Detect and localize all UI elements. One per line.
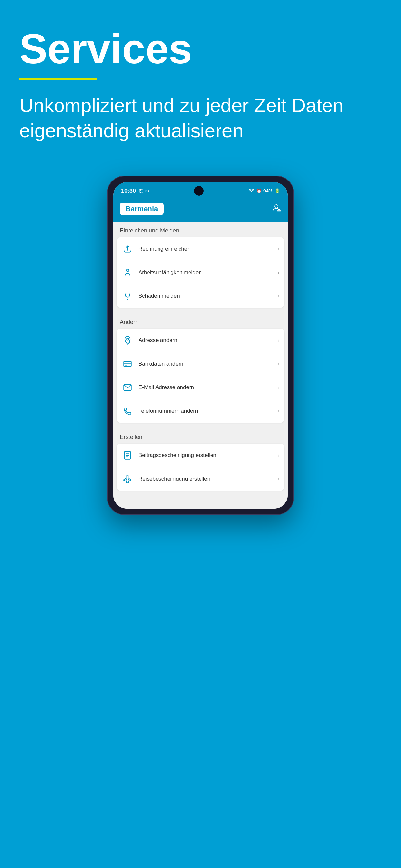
- status-time: 10:30: [121, 188, 136, 194]
- person-medical-icon: [122, 267, 133, 278]
- list-item-adresse[interactable]: Adresse ändern ›: [117, 329, 284, 352]
- hero-subtitle: Unkompliziert und zu jeder Zeit Daten ei…: [19, 93, 382, 144]
- item-label-reise: Reisebescheinigung erstellen: [138, 476, 278, 482]
- svg-point-0: [251, 191, 252, 192]
- app-logo: Barmenia: [120, 203, 164, 215]
- item-label-email: E-Mail Adresse ändern: [138, 384, 278, 391]
- hero-section: Services Unkompliziert und zu jeder Zeit…: [0, 0, 401, 176]
- svg-point-1: [275, 205, 278, 208]
- phone-icon: [122, 405, 133, 417]
- chevron-icon: ›: [278, 361, 279, 367]
- svg-point-8: [127, 338, 128, 340]
- section-header-einreichen: Einreichen und Melden: [113, 221, 288, 237]
- camera-notch: [194, 186, 204, 196]
- bottom-spacer: [113, 496, 288, 508]
- item-label-rechnung: Rechnung einreichen: [138, 246, 278, 252]
- list-item-bankdaten[interactable]: Bankdaten ändern ›: [117, 352, 284, 376]
- chevron-icon: ›: [278, 270, 279, 275]
- alarm-icon: ⏰: [256, 189, 261, 193]
- status-photo-icon: 🖼: [138, 189, 143, 193]
- status-mail-icon: ✉: [145, 189, 149, 193]
- chevron-icon: ›: [278, 408, 279, 414]
- title-divider: [19, 79, 97, 80]
- profile-settings-icon[interactable]: [272, 203, 281, 215]
- list-item-reise[interactable]: Reisebescheinigung erstellen ›: [117, 467, 284, 491]
- item-label-beitrag: Beitragsbescheinigung erstellen: [138, 452, 278, 459]
- chevron-icon: ›: [278, 337, 279, 343]
- email-icon: [122, 382, 133, 393]
- list-item-schaden[interactable]: Schaden melden ›: [117, 284, 284, 308]
- chevron-icon: ›: [278, 246, 279, 252]
- screen-content: Einreichen und Melden Rechnung einreiche…: [113, 221, 288, 508]
- chevron-icon: ›: [278, 293, 279, 299]
- card-erstellen: Beitragsbescheinigung erstellen › Reiseb…: [117, 444, 284, 491]
- damage-icon: [122, 290, 133, 302]
- item-label-bankdaten: Bankdaten ändern: [138, 361, 278, 367]
- item-label-schaden: Schaden melden: [138, 293, 278, 299]
- chevron-icon: ›: [278, 384, 279, 391]
- wifi-icon: [249, 188, 254, 194]
- chevron-icon: ›: [278, 453, 279, 458]
- upload-icon: [122, 243, 133, 255]
- battery-text: 94%: [264, 188, 273, 193]
- credit-card-icon: [122, 358, 133, 370]
- list-item-beitrag[interactable]: Beitragsbescheinigung erstellen ›: [117, 444, 284, 467]
- item-label-arbeitsunfahigkeit: Arbeitsunfähigkeit melden: [138, 269, 278, 276]
- chevron-icon: ›: [278, 476, 279, 482]
- edit-location-icon: [122, 335, 133, 346]
- list-item-telefon[interactable]: Telefonnummern ändern ›: [117, 399, 284, 423]
- list-item-rechnung[interactable]: Rechnung einreichen ›: [117, 237, 284, 261]
- phone-frame: 10:30 🖼 ✉ ⏰ 94% 🔋 Barmenia: [107, 176, 294, 515]
- list-item-email[interactable]: E-Mail Adresse ändern ›: [117, 376, 284, 399]
- status-bar: 10:30 🖼 ✉ ⏰ 94% 🔋: [113, 182, 288, 198]
- item-label-adresse: Adresse ändern: [138, 337, 278, 344]
- status-right: ⏰ 94% 🔋: [249, 188, 280, 194]
- svg-point-4: [127, 269, 129, 272]
- phone-screen: 10:30 🖼 ✉ ⏰ 94% 🔋 Barmenia: [113, 182, 288, 508]
- svg-rect-9: [124, 361, 131, 367]
- document-icon: [122, 450, 133, 461]
- card-einreichen: Rechnung einreichen › Arbeits: [117, 237, 284, 308]
- section-header-andern: Ändern: [113, 313, 288, 329]
- card-andern: Adresse ändern › Bankdaten ändern: [117, 329, 284, 423]
- section-header-erstellen: Erstellen: [113, 428, 288, 444]
- phone-mockup: 10:30 🖼 ✉ ⏰ 94% 🔋 Barmenia: [0, 176, 401, 515]
- battery-icon: 🔋: [274, 188, 280, 193]
- page-title: Services: [19, 26, 382, 72]
- status-left: 10:30 🖼 ✉: [121, 188, 149, 194]
- app-header: Barmenia: [113, 198, 288, 221]
- list-item-arbeitsunfahigkeit[interactable]: Arbeitsunfähigkeit melden ›: [117, 261, 284, 284]
- airplane-icon: [122, 473, 133, 485]
- item-label-telefon: Telefonnummern ändern: [138, 408, 278, 414]
